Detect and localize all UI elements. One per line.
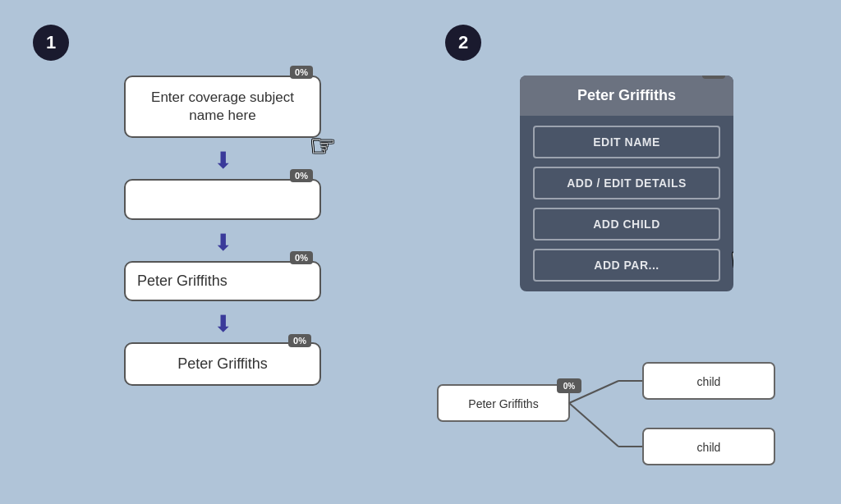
add-parent-button[interactable]: ADD PAR...: [533, 249, 720, 282]
svg-text:0%: 0%: [563, 382, 576, 391]
step2-panel: 2 0% Peter Griffiths EDIT NAME ADD / EDI…: [429, 16, 825, 488]
dropdown-body: EDIT NAME ADD / EDIT DETAILS ADD CHILD A…: [520, 116, 733, 291]
badge3: 0%: [290, 251, 313, 264]
tree-svg: Peter Griffiths 0% child child: [429, 340, 825, 471]
arrow1: ⬇: [214, 149, 232, 172]
tree-child2-label: child: [697, 441, 721, 454]
arrow3: ⬇: [214, 313, 232, 336]
step1-content: 0% Enter coverage subject name here ☞ ⬇ …: [33, 76, 396, 386]
placeholder-input-wrapper: 0% Enter coverage subject name here ☞: [124, 76, 321, 138]
tree-child1-label: child: [697, 375, 721, 388]
empty-input-wrapper: 0%: [124, 179, 321, 220]
empty-input[interactable]: [124, 179, 321, 220]
badge2: 0%: [290, 169, 313, 182]
svg-line-4: [569, 403, 618, 447]
dropdown-card: 0% Peter Griffiths EDIT NAME ADD / EDIT …: [520, 76, 733, 291]
badge4: 0%: [288, 334, 311, 347]
add-child-button[interactable]: ADD CHILD: [533, 208, 720, 241]
tree-root-label: Peter Griffiths: [468, 397, 538, 410]
dropdown-header: Peter Griffiths: [520, 76, 733, 116]
placeholder-input[interactable]: Enter coverage subject name here: [124, 76, 321, 138]
add-edit-details-button[interactable]: ADD / EDIT DETAILS: [533, 167, 720, 199]
step2-content: 0% Peter Griffiths EDIT NAME ADD / EDIT …: [445, 76, 808, 291]
tree-area: Peter Griffiths 0% child child: [429, 340, 825, 471]
filled-input[interactable]: [124, 261, 321, 301]
arrow2: ⬇: [214, 231, 232, 254]
step1-panel: 1 0% Enter coverage subject name here ☞ …: [16, 16, 412, 488]
step2-number: 2: [445, 25, 481, 61]
result-text: Peter Griffiths: [177, 355, 268, 372]
step2-badge: 0%: [702, 76, 725, 79]
result-node: 0% Peter Griffiths: [124, 342, 321, 386]
filled-input-wrapper: 0%: [124, 261, 321, 301]
edit-name-button[interactable]: EDIT NAME: [533, 126, 720, 158]
badge1: 0%: [290, 66, 313, 79]
step1-number: 1: [33, 25, 69, 61]
